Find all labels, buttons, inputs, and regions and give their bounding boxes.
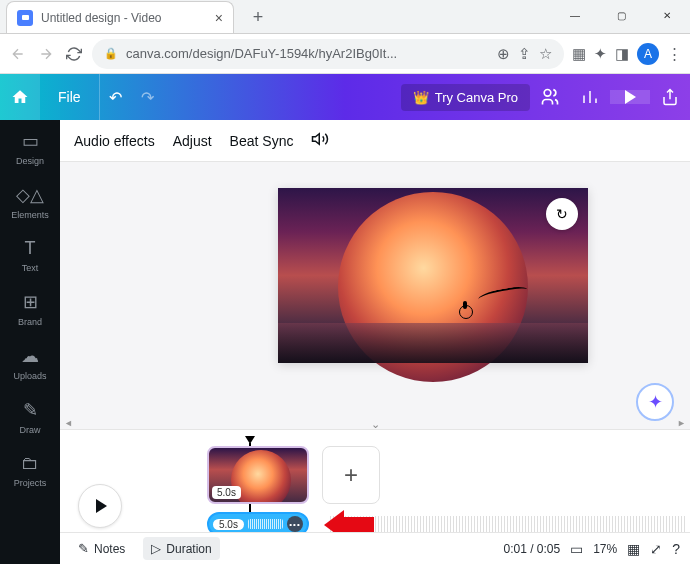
minimize-icon[interactable]: —	[552, 0, 598, 30]
adjust-button[interactable]: Adjust	[173, 133, 212, 149]
tab-close-icon[interactable]: ×	[215, 10, 223, 26]
crown-icon: 👑	[413, 90, 429, 105]
context-toolbar: Audio effects Adjust Beat Sync	[60, 120, 690, 162]
pages-icon[interactable]: ▭	[570, 541, 583, 557]
app-body: ▭Design ◇△Elements TText ⊞Brand ☁Uploads…	[0, 120, 690, 564]
sidebar-item-projects[interactable]: 🗀Projects	[0, 453, 60, 488]
play-button[interactable]	[78, 484, 122, 528]
volume-icon[interactable]	[311, 130, 329, 152]
video-frame[interactable]: ↻	[278, 188, 588, 363]
analytics-icon[interactable]	[570, 88, 610, 106]
url-text: canva.com/design/DAFuY-1594k/hyAr2IBg0It…	[126, 46, 489, 61]
fullscreen-icon[interactable]: ⤢	[650, 541, 662, 557]
new-tab-button[interactable]: +	[244, 3, 272, 31]
lock-icon: 🔒	[104, 47, 118, 60]
bookmark-icon[interactable]: ☆	[539, 45, 552, 63]
elements-icon: ◇△	[16, 184, 44, 206]
notes-button[interactable]: ✎Notes	[70, 537, 133, 560]
video-clip[interactable]: 5.0s	[207, 446, 309, 504]
notes-icon: ✎	[78, 541, 89, 556]
tab-title: Untitled design - Video	[41, 11, 209, 25]
magic-button[interactable]: ✦	[636, 383, 674, 421]
main-area: Audio effects Adjust Beat Sync ↻ ✦ ◄► ⌄	[60, 120, 690, 564]
browser-toolbar: 🔒 canva.com/design/DAFuY-1594k/hyAr2IBg0…	[0, 34, 690, 74]
back-icon[interactable]	[8, 44, 28, 64]
uploads-icon: ☁	[21, 345, 39, 367]
window-controls: — ▢ ✕	[552, 0, 690, 30]
audio-effects-button[interactable]: Audio effects	[74, 133, 155, 149]
cyclist-silhouette	[453, 293, 479, 319]
add-page-button[interactable]: +	[322, 446, 380, 504]
projects-icon: 🗀	[21, 453, 39, 474]
file-menu[interactable]: File	[40, 74, 100, 120]
sidebar-item-brand[interactable]: ⊞Brand	[0, 291, 60, 327]
text-icon: T	[25, 238, 36, 259]
bottom-bar: ✎Notes ▷Duration 0:01 / 0:05 ▭ 17% ▦ ⤢ ?	[60, 532, 690, 564]
beat-sync-button[interactable]: Beat Sync	[230, 133, 294, 149]
try-pro-button[interactable]: 👑Try Canva Pro	[401, 84, 530, 111]
duration-button[interactable]: ▷Duration	[143, 537, 219, 560]
collapse-chevron-icon[interactable]: ⌄	[371, 418, 380, 429]
svg-point-0	[544, 90, 551, 97]
share-icon[interactable]	[650, 88, 690, 106]
search-url-icon[interactable]: ⊕	[497, 45, 510, 63]
redo-button[interactable]: ↷	[132, 88, 164, 107]
maximize-icon[interactable]: ▢	[598, 0, 644, 30]
sidebar-item-text[interactable]: TText	[0, 238, 60, 273]
canva-favicon	[17, 10, 33, 26]
draw-icon: ✎	[23, 399, 38, 421]
help-icon[interactable]: ?	[672, 541, 680, 557]
share-url-icon[interactable]: ⇪	[518, 45, 531, 63]
regenerate-button[interactable]: ↻	[546, 198, 578, 230]
present-button[interactable]	[610, 90, 650, 104]
reflection-graphic	[278, 323, 588, 363]
address-bar[interactable]: 🔒 canva.com/design/DAFuY-1594k/hyAr2IBg0…	[92, 39, 564, 69]
left-sidepanel: ▭Design ◇△Elements TText ⊞Brand ☁Uploads…	[0, 120, 60, 564]
forward-icon[interactable]	[36, 44, 56, 64]
audio-waveform	[248, 519, 283, 529]
sidebar-item-draw[interactable]: ✎Draw	[0, 399, 60, 435]
browser-titlebar: Untitled design - Video × + — ▢ ✕	[0, 0, 690, 34]
home-button[interactable]	[0, 74, 40, 120]
sidebar-item-uploads[interactable]: ☁Uploads	[0, 345, 60, 381]
canva-header: File ↶ ↷ 👑Try Canva Pro	[0, 74, 690, 120]
extensions-icon[interactable]: ✦	[594, 45, 607, 63]
duration-icon: ▷	[151, 541, 161, 556]
profile-avatar[interactable]: A	[637, 43, 659, 65]
collaborators-icon[interactable]	[530, 87, 570, 107]
sidebar-item-elements[interactable]: ◇△Elements	[0, 184, 60, 220]
browser-tab[interactable]: Untitled design - Video ×	[6, 1, 234, 33]
chrome-menu-icon[interactable]: ⋮	[667, 45, 682, 63]
undo-button[interactable]: ↶	[100, 88, 132, 107]
close-icon[interactable]: ✕	[644, 0, 690, 30]
reader-icon[interactable]: ▦	[572, 45, 586, 63]
sidepanel-icon[interactable]: ◨	[615, 45, 629, 63]
audio-duration-badge: 5.0s	[213, 519, 244, 530]
grid-view-icon[interactable]: ▦	[627, 541, 640, 557]
clip-duration-badge: 5.0s	[212, 486, 241, 499]
brand-icon: ⊞	[23, 291, 38, 313]
canvas-area[interactable]: ↻ ✦ ◄► ⌄	[60, 162, 690, 429]
zoom-level[interactable]: 17%	[593, 542, 617, 556]
reload-icon[interactable]	[64, 44, 84, 64]
sidebar-item-design[interactable]: ▭Design	[0, 130, 60, 166]
playback-time: 0:01 / 0:05	[503, 542, 560, 556]
design-icon: ▭	[22, 130, 39, 152]
audio-more-icon[interactable]: •••	[287, 516, 303, 532]
